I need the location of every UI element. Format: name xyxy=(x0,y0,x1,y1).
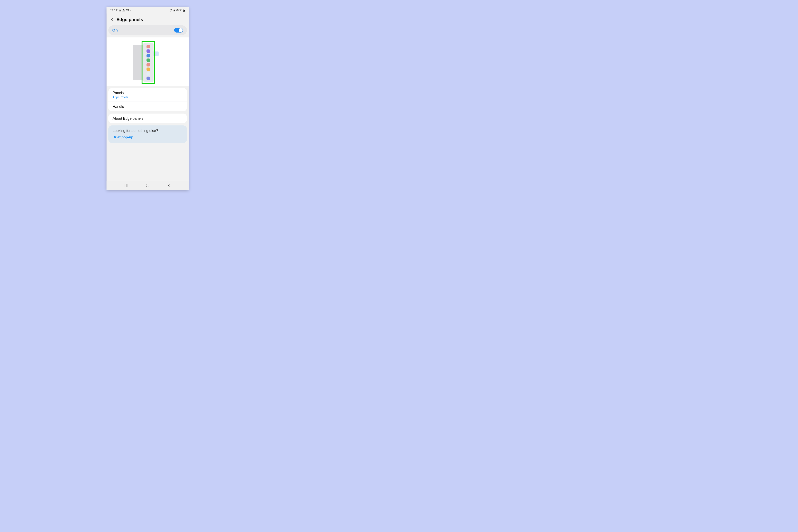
looking-for-card: Looking for something else? Brief pop-up xyxy=(108,126,187,143)
svg-rect-6 xyxy=(175,9,175,11)
back-button[interactable] xyxy=(110,17,114,22)
system-navigation-bar xyxy=(107,181,189,190)
preview-app-dot xyxy=(147,45,150,48)
handle-row[interactable]: Handle xyxy=(108,102,187,111)
master-toggle-switch[interactable] xyxy=(174,28,183,33)
svg-point-1 xyxy=(124,11,124,11)
svg-rect-5 xyxy=(174,10,175,12)
about-row-title: About Edge panels xyxy=(113,116,183,120)
preview-panel xyxy=(143,43,153,82)
preview-app-dot xyxy=(147,49,150,53)
stage: 09:12 • 67% xyxy=(0,0,295,197)
preview-device-background xyxy=(133,45,142,80)
svg-rect-9 xyxy=(184,10,185,12)
page-header: Edge panels xyxy=(107,14,189,25)
content: On Panels Apps, Tools xyxy=(107,25,189,181)
battery-icon xyxy=(183,9,185,12)
svg-rect-13 xyxy=(146,184,149,187)
picture-icon xyxy=(119,9,121,12)
preview-app-dot xyxy=(147,72,150,76)
preview-app-dot xyxy=(147,77,150,80)
master-toggle-label: On xyxy=(112,28,118,33)
svg-rect-0 xyxy=(119,9,121,11)
dot-icon: • xyxy=(130,9,131,12)
signal-icon xyxy=(173,9,175,11)
svg-point-2 xyxy=(170,11,171,12)
preview-app-dot xyxy=(147,68,150,71)
brief-popup-link[interactable]: Brief pop-up xyxy=(113,135,183,139)
about-row[interactable]: About Edge panels xyxy=(108,114,187,123)
status-time: 09:12 xyxy=(110,8,118,12)
status-bar: 09:12 • 67% xyxy=(107,7,189,14)
panels-row-subtitle: Apps, Tools xyxy=(113,96,183,99)
preview-app-dot xyxy=(147,58,150,62)
panels-row-title: Panels xyxy=(113,91,183,95)
phone-screenshot: 09:12 • 67% xyxy=(107,7,189,190)
recents-button[interactable] xyxy=(124,183,129,188)
preview-app-dot xyxy=(147,54,150,57)
edge-panel-preview-card xyxy=(107,37,189,86)
page-title: Edge panels xyxy=(116,17,143,22)
nav-back-button[interactable] xyxy=(166,183,172,188)
svg-rect-3 xyxy=(173,11,173,12)
preview-app-dot xyxy=(147,63,150,66)
handle-row-title: Handle xyxy=(113,104,183,109)
gmail-icon xyxy=(126,9,129,11)
switch-thumb xyxy=(178,28,183,32)
list-card-about: About Edge panels xyxy=(108,114,187,123)
wifi-icon xyxy=(169,9,172,12)
battery-percentage: 67% xyxy=(176,8,182,12)
svg-rect-4 xyxy=(174,10,174,11)
list-card-panels: Panels Apps, Tools Handle xyxy=(108,88,187,111)
panels-row[interactable]: Panels Apps, Tools xyxy=(108,88,187,102)
preview-handle-tab xyxy=(153,52,158,56)
master-toggle-row[interactable]: On xyxy=(108,25,187,35)
home-button[interactable] xyxy=(145,183,150,188)
looking-for-title: Looking for something else? xyxy=(113,129,183,133)
edge-panel-preview xyxy=(128,41,167,82)
warning-icon xyxy=(122,9,125,12)
